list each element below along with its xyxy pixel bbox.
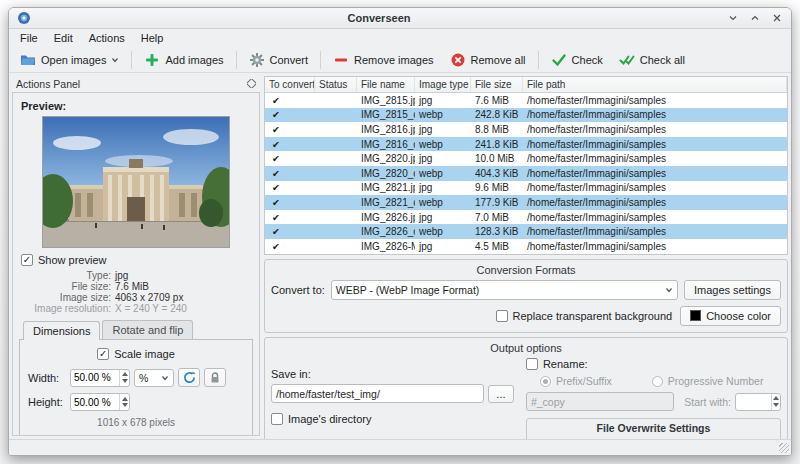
row-check-icon[interactable]: ✔ [265,124,315,135]
open-images-button[interactable]: Open images [13,49,126,71]
browse-button[interactable]: ... [488,385,514,403]
table-row[interactable]: ✔ IMG_2815_co... webp 242.8 KiB /home/fa… [265,108,787,123]
toolbar: Open images Add images Convert Remove im… [9,47,791,73]
chevron-down-icon [665,286,673,294]
images-settings-button[interactable]: Images settings [684,280,781,300]
spin-arrows-icon[interactable] [771,394,780,410]
start-with-input[interactable] [736,394,771,410]
close-button[interactable] [771,12,783,24]
remove-images-button[interactable]: Remove images [326,49,440,71]
check-all-label: Check all [640,54,685,66]
row-file-name: IMG_2820_co... [357,168,415,179]
refresh-button[interactable] [178,368,200,387]
height-spinner[interactable] [70,393,130,411]
width-spinner[interactable] [70,369,130,387]
images-directory-checkbox[interactable]: Image's directory [271,413,514,425]
result-pixels-text: 1016 x 678 pixels [28,417,244,428]
row-file-size: 9.6 MiB [471,182,523,193]
table-row[interactable]: ✔ IMG_2821_co... webp 177.9 KiB /home/fa… [265,195,787,210]
check-button[interactable]: Check [544,49,610,71]
scale-image-checkbox[interactable]: Scale image [28,348,244,360]
unit-select[interactable]: % [134,369,174,387]
save-in-label: Save in: [271,368,514,380]
row-check-icon[interactable]: ✔ [265,168,315,179]
add-images-button[interactable]: Add images [137,49,230,71]
row-check-icon[interactable]: ✔ [265,139,315,150]
tab-dimensions[interactable]: Dimensions [23,321,100,340]
dimensions-tab-panel: Scale image Width: % [19,339,253,436]
col-file-path[interactable]: File path [523,77,787,92]
row-file-path: /home/faster/Immagini/samples [523,153,787,164]
row-check-icon[interactable]: ✔ [265,226,315,237]
start-with-spinner[interactable] [735,393,781,411]
chevron-down-icon [161,374,169,382]
convert-gear-icon [249,52,265,68]
row-image-type: webp [415,168,471,179]
minimize-button[interactable] [727,12,739,24]
remove-all-button[interactable]: Remove all [443,49,533,71]
row-image-type: webp [415,139,471,150]
height-input[interactable] [71,394,119,410]
row-check-icon[interactable]: ✔ [265,182,315,193]
menu-edit[interactable]: Edit [47,31,80,45]
col-image-type[interactable]: Image type [415,77,471,92]
menu-actions[interactable]: Actions [82,31,132,45]
table-row[interactable]: ✔ IMG_2826-M... jpg 4.5 MiB /home/faster… [265,239,787,254]
menu-file[interactable]: File [13,31,45,45]
row-file-path: /home/faster/Immagini/samples [523,212,787,223]
col-file-size[interactable]: File size [471,77,523,92]
row-check-icon[interactable]: ✔ [265,197,315,208]
table-row[interactable]: ✔ IMG_2820.jpg jpg 10.0 MiB /home/faster… [265,151,787,166]
row-check-icon[interactable]: ✔ [265,153,315,164]
format-select[interactable]: WEBP - (WebP Image Format) [331,280,678,300]
checkbox-icon [271,413,283,425]
converseen-window: Converseen File Edit Actions Help Open i… [8,7,792,456]
progressive-number-radio[interactable]: Progressive Number [652,375,764,387]
col-file-name[interactable]: File name [357,77,415,92]
table-row[interactable]: ✔ IMG_2815.jpg jpg 7.6 MiB /home/faster/… [265,93,787,108]
row-file-name: IMG_2821_co... [357,197,415,208]
file-table[interactable]: To convert Status File name Image type F… [264,76,788,255]
spin-arrows-icon[interactable] [119,370,129,386]
save-path-input[interactable] [271,384,484,403]
row-file-path: /home/faster/Immagini/samples [523,124,787,135]
resize-grip[interactable] [779,443,789,453]
menubar: File Edit Actions Help [9,29,791,47]
check-all-button[interactable]: Check all [612,49,692,71]
table-row[interactable]: ✔ IMG_2820_co... webp 404.3 KiB /home/fa… [265,166,787,181]
spin-arrows-icon[interactable] [119,394,129,410]
menu-help[interactable]: Help [134,31,171,45]
replace-transparent-checkbox[interactable]: Replace transparent background [496,310,673,322]
width-input[interactable] [71,370,119,386]
table-row[interactable]: ✔ IMG_2826_co... webp 128.3 KiB /home/fa… [265,224,787,239]
table-row[interactable]: ✔ IMG_2826.jpg jpg 7.0 MiB /home/faster/… [265,210,787,225]
row-check-icon[interactable]: ✔ [265,95,315,106]
row-file-name: IMG_2821.jpg [357,182,415,193]
row-check-icon[interactable]: ✔ [265,212,315,223]
titlebar[interactable]: Converseen [9,8,791,29]
rename-checkbox[interactable]: Rename: [526,358,781,370]
prefix-suffix-radio[interactable]: Prefix/Suffix [540,375,612,387]
check-all-icon [619,52,635,68]
choose-color-button[interactable]: Choose color [680,306,781,326]
lock-button[interactable] [204,368,226,387]
row-file-path: /home/faster/Immagini/samples [523,168,787,179]
table-row[interactable]: ✔ IMG_2816_co... webp 241.8 KiB /home/fa… [265,137,787,152]
rename-pattern-input[interactable] [526,392,674,411]
file-table-header: To convert Status File name Image type F… [265,77,787,93]
col-to-convert[interactable]: To convert [265,77,315,92]
col-status[interactable]: Status [315,77,357,92]
tab-rotate-flip[interactable]: Rotate and flip [102,320,193,339]
row-file-size: 7.0 MiB [471,212,523,223]
replace-transparent-label: Replace transparent background [513,310,673,322]
convert-button[interactable]: Convert [242,49,316,71]
table-row[interactable]: ✔ IMG_2816.jpg jpg 8.8 MiB /home/faster/… [265,122,787,137]
row-check-icon[interactable]: ✔ [265,109,315,120]
row-file-size: 10.0 MiB [471,153,523,164]
table-row[interactable]: ✔ IMG_2821.jpg jpg 9.6 MiB /home/faster/… [265,181,787,196]
show-preview-checkbox[interactable]: Show preview [21,254,253,266]
start-with-label: Start with: [684,396,731,408]
maximize-button[interactable] [749,12,761,24]
undock-icon[interactable] [247,78,256,90]
row-check-icon[interactable]: ✔ [265,241,315,252]
